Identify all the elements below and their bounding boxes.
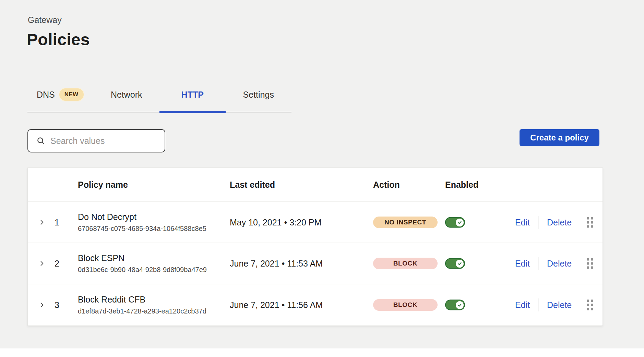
header-action: Action xyxy=(373,180,400,190)
table-row: 2 Block ESPN 0d31be6c-9b90-48a4-92b8-9d8… xyxy=(28,243,603,284)
expand-chevron-icon[interactable] xyxy=(38,260,45,267)
expand-chevron-icon[interactable] xyxy=(38,219,45,226)
policy-name: Block ESPN xyxy=(78,253,207,263)
tab-network[interactable]: Network xyxy=(94,81,160,112)
tab-label: Settings xyxy=(243,90,274,100)
link-separator xyxy=(538,257,538,270)
policies-table: Policy name Last edited Action Enabled 1… xyxy=(27,168,603,326)
delete-link[interactable]: Delete xyxy=(547,218,572,227)
policy-name-cell: Do Not Decrypt 67068745-c075-4685-934a-1… xyxy=(78,212,206,233)
toggle-knob xyxy=(456,260,464,268)
drag-handle-icon[interactable] xyxy=(587,258,593,269)
page-title: Policies xyxy=(27,30,90,49)
header-policy-name: Policy name xyxy=(78,180,128,190)
check-icon xyxy=(457,220,462,225)
check-icon xyxy=(457,303,462,307)
drag-handle-icon[interactable] xyxy=(587,217,593,228)
policy-name-cell: Block Reddit CFB d1ef8a7d-3eb1-4728-a293… xyxy=(78,295,206,315)
breadcrumb: Gateway xyxy=(28,15,62,25)
policy-id: 67068745-c075-4685-934a-1064f588c8e5 xyxy=(78,225,206,233)
table-header: Policy name Last edited Action Enabled xyxy=(28,168,603,202)
action-badge: BLOCK xyxy=(373,258,438,269)
tab-label: HTTP xyxy=(181,90,204,100)
policy-id: d1ef8a7d-3eb1-4728-a293-ea120c2cb37d xyxy=(78,307,206,315)
search-icon xyxy=(36,136,45,145)
new-badge: NEW xyxy=(59,88,84,101)
check-icon xyxy=(457,261,462,266)
toggle-knob xyxy=(456,301,464,309)
enabled-toggle[interactable] xyxy=(445,300,465,310)
delete-link[interactable]: Delete xyxy=(547,259,572,269)
row-number: 1 xyxy=(55,218,59,227)
last-edited-value: June 7, 2021 • 11:53 AM xyxy=(230,259,323,269)
search-input[interactable] xyxy=(50,136,160,146)
tab-bar: DNS NEW Network HTTP Settings xyxy=(27,81,291,112)
table-body: 1 Do Not Decrypt 67068745-c075-4685-934a… xyxy=(28,202,603,325)
footer-strip xyxy=(0,348,644,357)
row-number: 2 xyxy=(55,259,59,269)
enabled-toggle[interactable] xyxy=(445,258,465,269)
create-policy-button[interactable]: Create a policy xyxy=(520,129,599,146)
search-box xyxy=(27,129,165,152)
policy-name: Do Not Decrypt xyxy=(78,212,206,222)
edit-link[interactable]: Edit xyxy=(515,218,530,227)
edit-link[interactable]: Edit xyxy=(515,259,530,269)
link-separator xyxy=(538,216,538,229)
toggle-knob xyxy=(456,219,464,226)
tab-dns[interactable]: DNS NEW xyxy=(27,81,94,112)
enabled-toggle[interactable] xyxy=(445,217,465,228)
edit-link[interactable]: Edit xyxy=(515,300,530,310)
link-separator xyxy=(538,298,538,311)
policy-name-cell: Block ESPN 0d31be6c-9b90-48a4-92b8-9d8f0… xyxy=(78,253,207,274)
action-badge: BLOCK xyxy=(373,299,438,311)
last-edited-value: June 7, 2021 • 11:56 AM xyxy=(230,300,323,310)
tab-label: DNS xyxy=(37,90,55,100)
tab-settings[interactable]: Settings xyxy=(226,81,292,112)
expand-chevron-icon[interactable] xyxy=(38,301,45,308)
header-last-edited: Last edited xyxy=(230,180,275,190)
header-enabled: Enabled xyxy=(445,180,478,190)
action-badge: NO INSPECT xyxy=(373,217,438,228)
delete-link[interactable]: Delete xyxy=(547,300,572,310)
row-number: 3 xyxy=(55,300,59,310)
last-edited-value: May 10, 2021 • 3:20 PM xyxy=(230,218,321,227)
table-row: 3 Block Reddit CFB d1ef8a7d-3eb1-4728-a2… xyxy=(28,284,603,325)
tab-http[interactable]: HTTP xyxy=(159,81,226,112)
drag-handle-icon[interactable] xyxy=(587,300,593,310)
policy-name: Block Reddit CFB xyxy=(78,295,206,305)
policy-id: 0d31be6c-9b90-48a4-92b8-9d8f09ba47e9 xyxy=(78,266,207,274)
table-row: 1 Do Not Decrypt 67068745-c075-4685-934a… xyxy=(28,202,603,243)
tab-label: Network xyxy=(111,90,142,100)
